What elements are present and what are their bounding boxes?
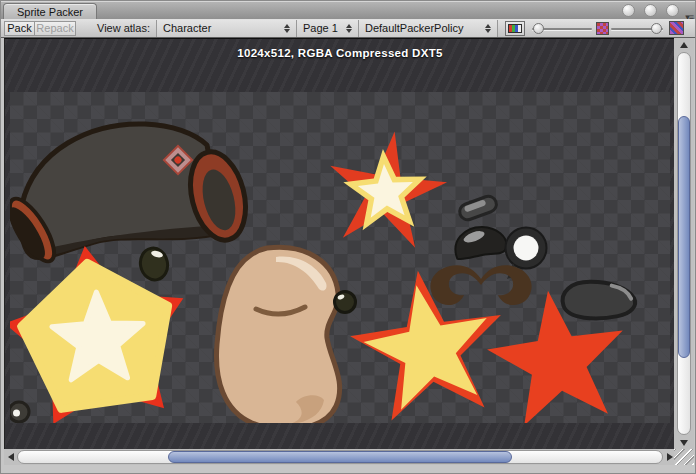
page-dropdown[interactable]: Page 1 xyxy=(296,20,359,37)
slider-thumb[interactable] xyxy=(651,23,662,34)
sprite-olive-tiny xyxy=(335,292,356,313)
atlas-dropdown-value: Character xyxy=(163,22,280,34)
horizontal-scroll-thumb[interactable] xyxy=(168,451,512,463)
toolbar: Pack Repack View atlas: Character Page 1… xyxy=(1,19,695,38)
updown-arrows-icon xyxy=(485,24,491,33)
vertical-scrollbar[interactable] xyxy=(674,38,694,449)
horizontal-scrollbar[interactable] xyxy=(4,449,676,465)
updown-arrows-icon xyxy=(346,24,352,33)
mip-level-slider[interactable] xyxy=(610,20,664,37)
page-dropdown-value: Page 1 xyxy=(303,22,342,34)
sprite-black-bean xyxy=(561,277,637,322)
sprite-eyebrow xyxy=(457,194,498,222)
atlas-info-header: 1024x512, RGBA Compressed DXT5 xyxy=(5,47,675,59)
repack-button-disabled[interactable]: Repack xyxy=(34,21,76,36)
atlas-dropdown[interactable]: Character xyxy=(156,20,297,37)
horizontal-scroll-track[interactable] xyxy=(17,450,663,464)
sprite-cannon-horn xyxy=(10,124,254,269)
atlas-preview-canvas: 1024x512, RGBA Compressed DXT5 xyxy=(4,38,675,449)
resize-grip[interactable] xyxy=(674,449,694,465)
window-button-circle[interactable] xyxy=(666,4,679,17)
view-atlas-label: View atlas: xyxy=(97,22,150,34)
mipmap-checker-icon xyxy=(596,22,609,35)
packer-policy-dropdown[interactable]: DefaultPackerPolicy xyxy=(358,20,498,37)
scroll-down-icon xyxy=(680,440,688,446)
packer-policy-dropdown-value: DefaultPackerPolicy xyxy=(365,22,481,34)
slider-thumb[interactable] xyxy=(533,23,544,34)
color-channels-icon xyxy=(508,24,522,33)
tab-sprite-packer[interactable]: Sprite Packer xyxy=(3,3,97,20)
sprite-packer-window: Sprite Packer ▾≡ Pack Repack View atlas:… xyxy=(0,0,696,474)
window-button-circles xyxy=(622,4,679,17)
gradient-stripe-icon xyxy=(669,21,684,35)
scroll-right-icon xyxy=(667,453,673,461)
tab-title: Sprite Packer xyxy=(17,6,83,18)
scroll-left-icon xyxy=(8,453,14,461)
sprite-bean-character xyxy=(216,247,339,423)
sprite-corner-ball xyxy=(10,402,29,422)
scroll-up-icon xyxy=(680,42,688,48)
vertical-scroll-track[interactable] xyxy=(677,52,691,435)
tab-bar: Sprite Packer ▾≡ xyxy=(1,1,695,19)
window-button-circle[interactable] xyxy=(644,4,657,17)
vertical-scroll-thumb[interactable] xyxy=(678,116,690,358)
atlas-sprites xyxy=(10,92,670,423)
sprite-pentagon-starburst xyxy=(10,233,198,423)
window-button-circle[interactable] xyxy=(622,4,635,17)
sprite-olive-small xyxy=(137,246,170,283)
color-channels-button[interactable] xyxy=(505,21,525,36)
pack-button[interactable]: Pack xyxy=(4,21,35,36)
updown-arrows-icon xyxy=(284,24,290,33)
sprite-large-outlined-star xyxy=(343,260,514,423)
sprite-closed-eye xyxy=(453,224,507,259)
scroll-down-button[interactable] xyxy=(674,436,694,449)
sprite-small-outlined-star xyxy=(321,123,453,251)
scroll-left-button[interactable] xyxy=(4,449,17,465)
sprite-mustache xyxy=(430,265,531,305)
scroll-up-button[interactable] xyxy=(674,38,694,51)
alpha-blend-slider[interactable] xyxy=(531,20,593,37)
